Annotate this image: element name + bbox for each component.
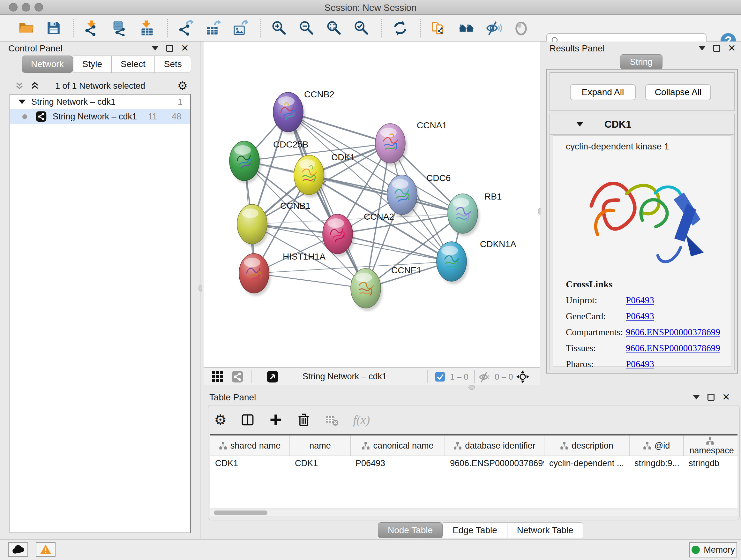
column-header-name[interactable]: name [290,435,350,456]
network-node-CCNA1[interactable] [375,124,407,166]
move-crosshair-icon[interactable] [516,370,530,384]
crosslink-value[interactable]: 9606.ENSP00000378699 [626,327,720,337]
horizontal-splitter-grip[interactable] [468,385,475,390]
save-session-button[interactable] [46,19,64,37]
crosslink-value[interactable]: 9606.ENSP00000378699 [626,343,720,354]
network-node-RB1[interactable] [448,194,480,236]
table-cell[interactable]: 9606.ENSP00000378699 [445,456,544,471]
column-header-database-identifier[interactable]: database identifier [445,435,544,456]
zoom-fit-icon [326,20,342,36]
network-node-CCNB1[interactable] [237,204,269,247]
panel-maximize-icon[interactable] [713,45,720,52]
import-database-button[interactable] [112,19,130,37]
zoom-out-button[interactable] [299,19,317,37]
table-horizontal-scrollbar[interactable] [210,509,738,516]
tab-network-table[interactable]: Network Table [507,522,583,538]
tab-style[interactable]: Style [73,56,111,73]
hide-selected-button[interactable] [486,19,503,37]
export-image-button[interactable] [232,19,251,37]
table-cell[interactable]: stringdb [684,456,738,471]
network-node-HIST1H1A[interactable] [239,253,271,296]
copy-style-button[interactable] [431,19,449,37]
table-gear-icon[interactable]: ⚙ [214,413,226,427]
selected-checkbox-icon[interactable] [434,371,446,382]
left-splitter-grip[interactable] [199,285,202,292]
tab-node-table[interactable]: Node Table [378,522,443,538]
open-session-button[interactable] [18,19,36,37]
panel-collapse-icon[interactable] [693,395,700,399]
export-table-button[interactable] [205,19,223,37]
zoom-selected-button[interactable] [354,19,372,37]
tree-expand-icon[interactable] [18,100,25,104]
warning-button[interactable] [36,542,56,557]
crosslink-value[interactable]: P06493 [626,359,654,369]
table-cell[interactable]: CDK1 [290,456,350,471]
edge-CCNB2-CCNE1[interactable] [288,112,366,288]
panel-maximize-icon[interactable] [166,45,173,52]
tab-select[interactable]: Select [111,56,155,73]
network-node-CCNA2[interactable] [323,214,354,257]
table-panel: Table Panel ✕ ⚙ [204,391,741,539]
zoom-fit-button[interactable] [326,19,344,37]
tab-sets[interactable]: Sets [155,56,191,73]
crosslink-value[interactable]: P06493 [626,311,654,321]
column-header-description[interactable]: description [544,435,629,456]
scrollbar-thumb[interactable] [214,510,267,515]
memory-button[interactable]: Memory [689,542,737,557]
network-view-canvas[interactable]: CCNB2CCNA1CDC25BCDK1CDC6RB1CCNB1CCNA2CDK… [204,42,540,367]
entry-collapse-icon[interactable] [576,122,583,126]
table-row[interactable]: CDK1CDK1P064939606.ENSP00000378699cyclin… [210,456,738,471]
collapse-all-button[interactable]: Collapse All [645,84,711,100]
zoom-in-button[interactable] [271,19,289,37]
show-all-button[interactable] [513,19,531,37]
cdk1-entry-header[interactable]: CDK1 [550,114,734,135]
share-network-icon[interactable] [231,370,244,383]
network-row[interactable]: String Network – cdk1 11 48 [10,109,190,124]
table-cell[interactable]: P06493 [350,456,445,471]
network-node-CCNB2[interactable] [273,92,305,135]
node-label-CCNB1: CCNB1 [280,201,311,211]
refresh-layout-button[interactable] [392,19,410,37]
birdseye-view-icon[interactable] [266,370,279,383]
column-header-namespace[interactable]: namespace [684,435,738,456]
table-cell[interactable]: stringdb:9... [629,456,684,471]
panel-close-icon[interactable]: ✕ [181,45,189,52]
tab-edge-table[interactable]: Edge Table [443,522,507,538]
import-network-button[interactable] [84,19,102,37]
horizontal-splitter[interactable] [204,385,741,391]
import-table-button[interactable] [139,19,157,37]
table-cell[interactable]: cyclin-dependent ... [544,456,629,471]
network-node-CCNE1[interactable] [351,268,383,311]
network-options-gear-icon[interactable]: ⚙ [178,80,188,91]
export-network-button[interactable] [178,19,196,37]
entry-gene-name: CDK1 [604,119,631,130]
panel-collapse-icon[interactable] [698,46,705,51]
panel-maximize-icon[interactable] [708,394,715,401]
cloud-button[interactable] [8,542,28,557]
network-node-CDK1[interactable] [294,155,326,198]
expand-all-button[interactable]: Expand All [570,84,636,100]
column-header--id[interactable]: @id [629,435,684,456]
first-neighbors-button[interactable] [458,19,476,37]
network-graph: CCNB2CCNA1CDC25BCDK1CDC6RB1CCNB1CCNA2CDK… [204,42,540,367]
network-node-CDC6[interactable] [387,175,419,217]
memory-label: Memory [704,545,735,555]
network-node-CDKN1A[interactable] [436,242,468,284]
column-header-shared-name[interactable]: shared name [210,435,290,456]
hidden-eye-icon[interactable] [479,371,491,383]
table-cell[interactable]: CDK1 [210,456,290,471]
warning-icon [40,544,52,555]
tab-string[interactable]: String [620,54,663,70]
grid-view-icon[interactable] [211,370,224,383]
panel-collapse-icon[interactable] [151,46,158,51]
tab-network[interactable]: Network [22,56,73,73]
add-column-icon[interactable] [269,413,283,427]
panel-close-icon[interactable]: ✕ [722,394,730,401]
network-list-header: 1 of 1 Network selected ⚙ [10,78,191,93]
column-header-canonical-name[interactable]: canonical name [350,435,445,456]
split-columns-icon[interactable] [241,413,255,427]
crosslink-value[interactable]: P06493 [626,295,654,306]
delete-column-icon[interactable] [297,413,311,427]
panel-close-icon[interactable]: ✕ [728,45,736,52]
network-collection-row[interactable]: String Network – cdk1 1 [10,95,190,109]
